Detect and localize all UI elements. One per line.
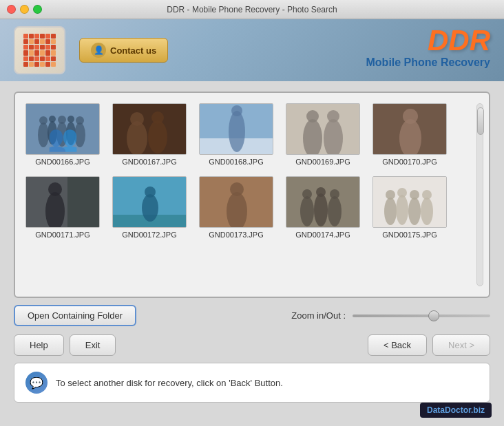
zoom-label: Zoom in/Out : bbox=[291, 310, 346, 321]
photo-label: GND00173.JPG bbox=[209, 231, 263, 239]
svg-rect-0 bbox=[26, 104, 99, 154]
photo-item: GND00171.JPG bbox=[25, 176, 100, 239]
photo-label: GND00175.JPG bbox=[382, 231, 437, 239]
photo-item: GND00174.JPG bbox=[286, 176, 360, 239]
svg-point-42 bbox=[328, 196, 342, 226]
svg-point-27 bbox=[403, 109, 418, 124]
svg-point-23 bbox=[306, 110, 319, 123]
photo-thumb[interactable] bbox=[199, 103, 273, 155]
zoom-slider[interactable] bbox=[353, 315, 490, 317]
scrollbar-track[interactable] bbox=[476, 103, 483, 286]
svg-point-44 bbox=[316, 187, 326, 197]
photo-item: GND00167.JPG bbox=[112, 103, 187, 166]
svg-point-34 bbox=[142, 194, 158, 222]
next-button[interactable]: Next > bbox=[432, 334, 490, 356]
svg-point-38 bbox=[230, 182, 244, 196]
brand-title: DDR bbox=[366, 26, 491, 55]
svg-point-12 bbox=[127, 121, 147, 155]
photo-thumb[interactable] bbox=[199, 176, 273, 228]
photo-item: GND00170.JPG bbox=[372, 103, 447, 166]
exit-button[interactable]: Exit bbox=[70, 334, 116, 356]
datadoctor-suffix: Doctor.biz bbox=[445, 405, 485, 415]
photo-item: GND00169.JPG bbox=[286, 103, 360, 166]
svg-point-35 bbox=[145, 187, 156, 198]
svg-point-13 bbox=[148, 120, 167, 153]
info-icon: 💬 bbox=[25, 372, 48, 394]
photo-label: GND00171.JPG bbox=[35, 231, 90, 239]
photo-label: GND00169.JPG bbox=[295, 158, 350, 166]
svg-point-50 bbox=[421, 198, 433, 225]
back-button[interactable]: < Back bbox=[368, 334, 427, 356]
svg-point-10 bbox=[76, 116, 84, 125]
svg-point-4 bbox=[66, 122, 76, 145]
svg-point-9 bbox=[67, 116, 74, 123]
photo-thumb[interactable] bbox=[112, 103, 187, 155]
photo-silhouette bbox=[26, 104, 99, 154]
photo-label: GND00167.JPG bbox=[122, 158, 176, 166]
minimize-button[interactable] bbox=[20, 5, 29, 14]
contact-label: Contact us bbox=[110, 45, 156, 56]
photo-thumb[interactable] bbox=[286, 176, 360, 228]
photo-item: GND00175.JPG bbox=[372, 176, 447, 239]
scrollbar-thumb[interactable] bbox=[477, 107, 484, 135]
window-title: DDR - Mobile Phone Recovery - Photo Sear… bbox=[167, 5, 337, 14]
photo-thumb[interactable] bbox=[286, 103, 360, 155]
svg-point-40 bbox=[300, 196, 314, 226]
app-wrapper: DDR - Mobile Phone Recovery - Photo Sear… bbox=[0, 0, 504, 426]
logo-box: const colors = ['#e8603c','#d04828','#e8… bbox=[14, 26, 65, 74]
help-button[interactable]: Help bbox=[14, 334, 64, 356]
svg-point-7 bbox=[49, 116, 56, 123]
close-button[interactable] bbox=[7, 5, 16, 14]
datadoctor-watermark: DataDoctor.biz bbox=[420, 403, 492, 418]
svg-point-31 bbox=[48, 182, 62, 196]
photo-label: GND00174.JPG bbox=[295, 231, 350, 239]
main-content: GND00166.JPG GND00167.JPG GND00168.JPG bbox=[0, 81, 504, 426]
svg-point-41 bbox=[314, 193, 328, 226]
svg-point-45 bbox=[330, 189, 339, 199]
photo-item: GND00172.JPG bbox=[112, 176, 187, 239]
svg-point-54 bbox=[422, 190, 432, 200]
photo-grid-container: GND00166.JPG GND00167.JPG GND00168.JPG bbox=[14, 92, 490, 298]
photo-thumb[interactable] bbox=[25, 103, 100, 155]
svg-point-1 bbox=[38, 123, 49, 147]
photo-row-1: GND00166.JPG GND00167.JPG GND00168.JPG bbox=[25, 103, 479, 166]
open-folder-button[interactable]: Open Containing Folder bbox=[14, 305, 136, 326]
svg-point-18 bbox=[229, 111, 245, 152]
photo-label: GND00170.JPG bbox=[382, 158, 437, 166]
photo-label: GND00166.JPG bbox=[35, 158, 90, 166]
svg-point-8 bbox=[58, 116, 66, 124]
svg-point-2 bbox=[48, 121, 57, 145]
info-box: 💬 To select another disk for recovery, c… bbox=[14, 363, 490, 403]
photo-item: GND00173.JPG bbox=[199, 176, 273, 239]
maximize-button[interactable] bbox=[33, 5, 42, 14]
contact-icon: 👤 bbox=[91, 43, 106, 58]
svg-point-51 bbox=[386, 190, 395, 200]
photo-thumb[interactable] bbox=[112, 176, 187, 228]
contact-button[interactable]: 👤 Contact us bbox=[79, 38, 168, 63]
svg-point-5 bbox=[74, 123, 85, 147]
svg-point-47 bbox=[384, 198, 397, 225]
svg-point-43 bbox=[302, 189, 312, 199]
photo-thumb[interactable] bbox=[372, 176, 447, 228]
photo-label: GND00168.JPG bbox=[209, 158, 263, 166]
photo-item: GND00168.JPG bbox=[199, 103, 273, 166]
svg-point-14 bbox=[130, 112, 144, 126]
svg-point-48 bbox=[396, 195, 408, 225]
svg-point-24 bbox=[327, 110, 339, 123]
svg-point-52 bbox=[397, 188, 407, 198]
brand: DDR Mobile Phone Recovery bbox=[366, 26, 491, 69]
info-message: To select another disk for recovery, cli… bbox=[56, 378, 283, 388]
svg-point-15 bbox=[151, 111, 164, 124]
logo-grid: const colors = ['#e8603c','#d04828','#e8… bbox=[23, 34, 56, 67]
nav-row: Help Exit < Back Next > bbox=[14, 334, 490, 356]
photo-thumb[interactable] bbox=[25, 176, 100, 228]
title-bar: DDR - Mobile Phone Recovery - Photo Sear… bbox=[0, 0, 504, 19]
svg-rect-20 bbox=[286, 104, 360, 155]
photo-thumb[interactable] bbox=[372, 103, 447, 155]
datadoctor-prefix: Data bbox=[427, 405, 445, 415]
svg-point-19 bbox=[231, 105, 242, 116]
zoom-section: Zoom in/Out : bbox=[291, 310, 490, 321]
brand-subtitle: Mobile Phone Recovery bbox=[366, 56, 491, 69]
photo-row-2: GND00171.JPG GND00172.JPG GND00173.JPG bbox=[25, 176, 479, 239]
svg-point-53 bbox=[410, 190, 419, 200]
